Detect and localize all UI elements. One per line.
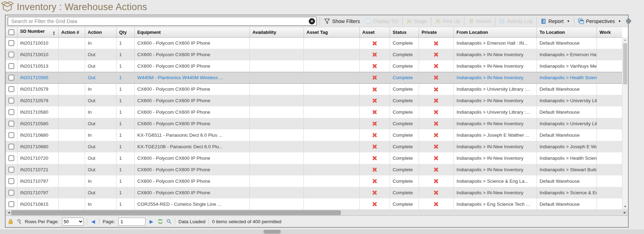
table-row[interactable]: IN201710797In1CX600 - Polycom CX600 IP P… <box>6 175 622 187</box>
column-header-action[interactable]: Action <box>85 27 116 37</box>
cell-from-location: Indianapolis > Science & Eng La... <box>454 175 537 187</box>
row-checkbox[interactable] <box>8 144 14 150</box>
report-notebook-icon <box>541 18 546 24</box>
cell-equipment: CX600 - Polycom CX600 IP Phone <box>134 37 249 49</box>
row-checkbox[interactable] <box>8 63 14 69</box>
column-header-status[interactable]: Status <box>390 27 419 37</box>
select-all-checkbox[interactable] <box>8 29 14 35</box>
cell-private <box>419 37 454 49</box>
scroll-down-arrow-icon[interactable]: ▼ <box>622 204 628 210</box>
row-checkbox[interactable] <box>8 201 14 207</box>
table-row[interactable]: IN201710579In1CX600 - Polycom CX600 IP P… <box>6 83 622 95</box>
settings-gear-button[interactable] <box>626 18 631 24</box>
cell-sd-number: IN201710579 <box>17 95 58 106</box>
table-row[interactable]: IN201710720Out1CX600 - Polycom CX600 IP … <box>6 152 622 164</box>
row-checkbox[interactable] <box>8 40 14 46</box>
cell-private <box>419 83 454 95</box>
table-row[interactable]: IN201710721Out1CX600 - Polycom CX600 IP … <box>6 164 622 175</box>
refresh-icon[interactable] <box>157 219 163 224</box>
table-row[interactable]: IN201710580Out1CX600 - Polycom CX600 IP … <box>6 118 622 129</box>
previous-page-button[interactable]: ◀ <box>90 219 96 224</box>
table-row[interactable]: IN201710010In1CX600 - Polycom CX600 IP P… <box>6 37 622 49</box>
table-row[interactable]: IN201710580In1CX600 - Polycom CX600 IP P… <box>6 106 622 118</box>
row-checkbox[interactable] <box>8 109 14 115</box>
page-input[interactable] <box>118 218 145 226</box>
cell-availability <box>249 95 304 106</box>
cell-private <box>419 118 454 129</box>
red-x-icon <box>434 202 439 207</box>
red-x-icon <box>372 190 377 195</box>
cell-asset <box>359 164 390 175</box>
table-row[interactable]: IN201710010Out1CX600 - Polycom CX600 IP … <box>6 49 622 60</box>
column-header-asset-tag[interactable]: Asset Tag <box>304 27 359 37</box>
column-header-select-all[interactable] <box>6 27 17 37</box>
table-row[interactable]: IN201710513Out1CX600 - Polycom CX600 IP … <box>6 60 622 72</box>
cell-action: Out <box>85 60 116 72</box>
page-label: Page: <box>103 219 115 224</box>
row-checkbox[interactable] <box>8 98 14 104</box>
cell-checkbox <box>6 106 17 118</box>
cell-status: Complete <box>390 83 419 95</box>
red-x-icon <box>372 41 377 46</box>
column-header-availability[interactable]: Availability <box>249 27 304 37</box>
column-header-from-location[interactable]: From Location <box>454 27 537 37</box>
rows-per-page-select[interactable]: 50 <box>62 218 84 226</box>
report-button[interactable]: Report ▼ <box>539 18 571 24</box>
scroll-up-arrow-icon[interactable]: ▲ <box>622 37 628 43</box>
cell-asset-tag <box>304 72 359 83</box>
cell-status: Complete <box>390 187 419 198</box>
column-header-equipment[interactable]: Equipment <box>134 27 249 37</box>
cell-equipment: CX600 - Polycom CX600 IP Phone <box>134 118 249 129</box>
cell-action-number <box>58 106 85 118</box>
cell-asset-tag <box>304 141 359 152</box>
wrench-icon[interactable] <box>16 219 22 224</box>
cell-from-location: Indianapolis > Emerson Hall : IN... <box>454 37 537 49</box>
cell-action: In <box>85 106 116 118</box>
lock-icon[interactable] <box>8 219 13 224</box>
row-checkbox[interactable] <box>8 190 14 196</box>
cell-equipment: CX600 - Polycom CX600 IP Phone <box>134 60 249 72</box>
display-sd-button: Display SD <box>364 18 400 24</box>
column-header-asset[interactable]: Asset <box>359 27 390 37</box>
cell-private <box>419 198 454 210</box>
show-filters-label: Show Filters <box>332 18 360 24</box>
clear-search-icon[interactable]: × <box>309 18 315 24</box>
vertical-scrollbar[interactable]: ▲ ▼ <box>622 37 628 210</box>
column-header-work[interactable]: Work <box>597 27 622 37</box>
row-checkbox[interactable] <box>8 75 14 81</box>
cell-action-number <box>58 129 85 141</box>
row-checkbox[interactable] <box>8 178 14 184</box>
row-checkbox[interactable] <box>8 121 14 127</box>
horizontal-scrollbar-thumb[interactable] <box>11 210 341 215</box>
column-header-sd-number[interactable]: SD Number ▲▼ <box>17 27 58 37</box>
scroll-right-arrow-icon[interactable]: ▶ <box>622 210 627 216</box>
row-checkbox[interactable] <box>8 167 14 173</box>
horizontal-scrollbar[interactable]: ◀ ▶ <box>6 210 628 216</box>
vertical-scrollbar-thumb[interactable] <box>623 43 627 84</box>
magnifier-icon[interactable] <box>166 219 172 224</box>
activity-log-label: Activity Log <box>507 18 533 24</box>
page-horizontal-scrollbar[interactable] <box>0 229 644 234</box>
cell-action-number <box>58 118 85 129</box>
column-header-action-number[interactable]: Action # <box>58 27 85 37</box>
column-header-private[interactable]: Private <box>419 27 454 37</box>
perspectives-button[interactable]: Perspectives ▼ <box>577 18 623 24</box>
column-header-qty[interactable]: Qty <box>116 27 134 37</box>
row-checkbox[interactable] <box>8 132 14 138</box>
scroll-left-arrow-icon[interactable]: ◀ <box>6 210 11 216</box>
table-row[interactable]: IN201710565Out1W440M - Plantronics W440M… <box>6 72 622 83</box>
show-filters-button[interactable]: Show Filters <box>323 18 361 24</box>
search-input[interactable] <box>8 17 317 26</box>
table-row[interactable]: IN201710680Out1KX-TGE210B - Panasonic De… <box>6 141 622 152</box>
column-header-to-location[interactable]: To Location <box>537 27 597 37</box>
row-checkbox[interactable] <box>8 155 14 161</box>
row-checkbox[interactable] <box>8 86 14 92</box>
table-row[interactable]: IN201710579Out1CX600 - Polycom CX600 IP … <box>6 95 622 106</box>
table-row[interactable]: IN201710797Out1CX600 - Polycom CX600 IP … <box>6 187 622 198</box>
row-checkbox[interactable] <box>8 52 14 58</box>
table-row[interactable]: IN201710815In1COR2554-RED - Cortelco Sin… <box>6 198 622 210</box>
sort-icon[interactable]: ▲▼ <box>53 31 55 36</box>
table-row[interactable]: IN201710680In1KX-TG6511 - Panasonic Dect… <box>6 129 622 141</box>
page-scrollbar-thumb[interactable] <box>263 230 281 234</box>
next-page-button[interactable]: ▶ <box>149 219 155 224</box>
